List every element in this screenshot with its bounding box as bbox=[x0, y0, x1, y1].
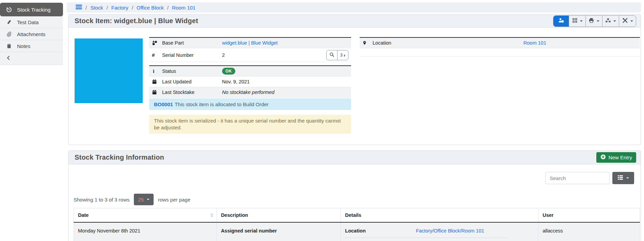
status-details-table: i Status OK Last Updated Nov. 9, 2021 La… bbox=[149, 65, 351, 98]
cell-details: Location Factory/Office Block/Room 101 bbox=[341, 222, 538, 241]
caret-down-icon bbox=[580, 20, 583, 22]
detail-sub-label: Location bbox=[345, 228, 393, 234]
search-input[interactable] bbox=[545, 172, 610, 184]
stock-actions-dropdown-button[interactable] bbox=[602, 16, 619, 27]
table-row[interactable]: Monday November 8th 2021 Assigned serial… bbox=[74, 222, 640, 241]
chevron-right-icon: › bbox=[344, 52, 345, 58]
detail-label: Status bbox=[162, 68, 222, 74]
sidebar-item-label: Stock Tracking bbox=[17, 7, 50, 13]
breadcrumb-separator: / bbox=[132, 5, 133, 11]
settings-dropdown-button[interactable] bbox=[619, 16, 636, 27]
base-part-link[interactable]: widget.blue | Blue Widget bbox=[222, 40, 278, 46]
build-order-alert: BO0001 This stock item is allocated to B… bbox=[149, 98, 351, 110]
part-details-table: Base Part widget.blue | Blue Widget # Se… bbox=[149, 37, 351, 62]
detail-row-status: i Status OK bbox=[149, 66, 351, 77]
new-entry-button[interactable]: New Entry bbox=[596, 152, 636, 163]
paperclip-icon bbox=[6, 31, 12, 37]
info-icon: i bbox=[152, 68, 162, 74]
breadcrumb-link-stock[interactable]: Stock bbox=[90, 5, 103, 11]
tracking-table: Date Description Details User Monday Nov… bbox=[74, 208, 640, 241]
detail-row-serial-number: # Serial Number 2 3 › bbox=[149, 48, 351, 62]
sidebar-item-label: Attachments bbox=[17, 31, 45, 37]
serial-search-button[interactable] bbox=[327, 50, 337, 60]
detail-row-last-updated: Last Updated Nov. 9, 2021 bbox=[149, 77, 351, 87]
serial-number-value: 2 bbox=[222, 52, 326, 58]
history-icon bbox=[6, 7, 12, 13]
sidebar-collapse-button[interactable] bbox=[0, 52, 63, 65]
hash-icon: # bbox=[152, 52, 162, 58]
serial-nav-group: 3 › bbox=[326, 50, 348, 60]
menu-hamburger-icon[interactable] bbox=[76, 4, 82, 11]
chevron-left-icon bbox=[6, 55, 10, 61]
tracking-table-header-row: Date Description Details User bbox=[74, 208, 640, 223]
sort-icon bbox=[210, 213, 213, 217]
location-details: Location Room 101 bbox=[360, 37, 640, 57]
detail-label: Last Updated bbox=[162, 79, 222, 84]
part-thumbnail[interactable] bbox=[75, 38, 143, 103]
breadcrumb-link-factory[interactable]: Factory bbox=[111, 5, 128, 11]
detail-row-base-part: Base Part widget.blue | Blue Widget bbox=[149, 38, 351, 48]
page-title: Stock Item: widget.blue | Blue Widget bbox=[75, 17, 198, 25]
sidebar-item-notes[interactable]: Notes bbox=[0, 40, 63, 52]
column-header-details[interactable]: Details bbox=[341, 208, 538, 223]
last-stocktake-value: No stocktake performed bbox=[222, 90, 348, 95]
sidebar-item-attachments[interactable]: Attachments bbox=[0, 28, 63, 40]
last-updated-value: Nov. 9, 2021 bbox=[222, 79, 348, 84]
print-dropdown-button[interactable] bbox=[586, 16, 602, 27]
breadcrumb-link-office-block[interactable]: Office Block bbox=[137, 5, 164, 11]
status-badge: OK bbox=[222, 68, 235, 75]
build-order-link[interactable]: BO0001 bbox=[154, 101, 173, 107]
sidebar: Stock Tracking Test Data Attachments Not… bbox=[0, 3, 63, 65]
detail-label: Base Part bbox=[162, 40, 222, 46]
clipboard-icon bbox=[6, 43, 12, 49]
column-header-description[interactable]: Description bbox=[217, 208, 341, 223]
qrcode-dropdown-button[interactable] bbox=[569, 16, 586, 27]
shapes-icon bbox=[152, 40, 162, 46]
caret-down-icon bbox=[147, 199, 150, 200]
location-link[interactable]: Room 101 bbox=[523, 40, 546, 46]
stock-tracking-panel: Stock Tracking Information New Entry Sho… bbox=[68, 150, 641, 241]
calendar-icon bbox=[152, 90, 162, 95]
caret-down-icon bbox=[630, 20, 633, 22]
page-size-dropdown[interactable]: 25 bbox=[134, 194, 154, 205]
cell-description: Assigned serial number bbox=[217, 222, 341, 241]
detail-label: Serial Number bbox=[162, 52, 222, 58]
new-entry-label: New Entry bbox=[609, 155, 632, 160]
qrcode-icon bbox=[572, 18, 578, 24]
sidebar-item-stock-tracking[interactable]: Stock Tracking bbox=[0, 3, 63, 16]
detail-label: Location bbox=[373, 40, 433, 46]
page-size-value: 25 bbox=[138, 197, 144, 203]
breadcrumb-separator: / bbox=[85, 5, 87, 11]
table-list-icon bbox=[617, 175, 623, 181]
column-header-user[interactable]: User bbox=[538, 208, 640, 223]
calendar-icon bbox=[152, 79, 162, 84]
caret-down-icon bbox=[626, 177, 629, 179]
next-serial-number: 3 bbox=[340, 52, 343, 58]
stock-item-panel-header: Stock Item: widget.blue | Blue Widget bbox=[68, 15, 641, 28]
stock-item-action-group bbox=[553, 15, 636, 27]
boxes-icon bbox=[605, 18, 611, 24]
breadcrumb-link-room-101[interactable]: Room 101 bbox=[172, 5, 195, 11]
serialized-alert-text: This stock item is serialized - it has a… bbox=[154, 118, 341, 130]
next-serial-button[interactable]: 3 › bbox=[337, 50, 348, 60]
serialized-alert: This stock item is serialized - it has a… bbox=[149, 115, 351, 134]
section-title: Stock Tracking Information bbox=[75, 154, 164, 161]
user-shield-icon bbox=[558, 18, 564, 24]
detail-row-last-stocktake: Last Stocktake No stocktake performed bbox=[149, 87, 351, 98]
caret-down-icon bbox=[597, 20, 599, 22]
plus-circle-icon bbox=[600, 154, 606, 161]
detail-label: Last Stocktake bbox=[162, 90, 222, 95]
stock-item-panel: Stock Item: widget.blue | Blue Widget bbox=[68, 14, 641, 145]
map-pin-icon bbox=[362, 40, 373, 46]
user-shield-button[interactable] bbox=[553, 16, 569, 27]
pagination-info: Showing 1 to 3 of 3 rows 25 rows per pag… bbox=[74, 194, 190, 205]
location-table: Location Room 101 bbox=[360, 37, 640, 57]
tracking-location-link[interactable]: Factory/Office Block/Room 101 bbox=[393, 228, 507, 234]
sidebar-item-test-data[interactable]: Test Data bbox=[0, 16, 63, 28]
table-options-button[interactable] bbox=[612, 172, 634, 184]
sidebar-item-label: Test Data bbox=[17, 19, 38, 25]
detail-sub-row: Location Factory/Office Block/Room 101 bbox=[345, 228, 507, 238]
column-header-date[interactable]: Date bbox=[74, 208, 217, 223]
build-order-alert-text: This stock item is allocated to Build Or… bbox=[175, 101, 269, 107]
breadcrumb-separator: / bbox=[107, 5, 108, 11]
